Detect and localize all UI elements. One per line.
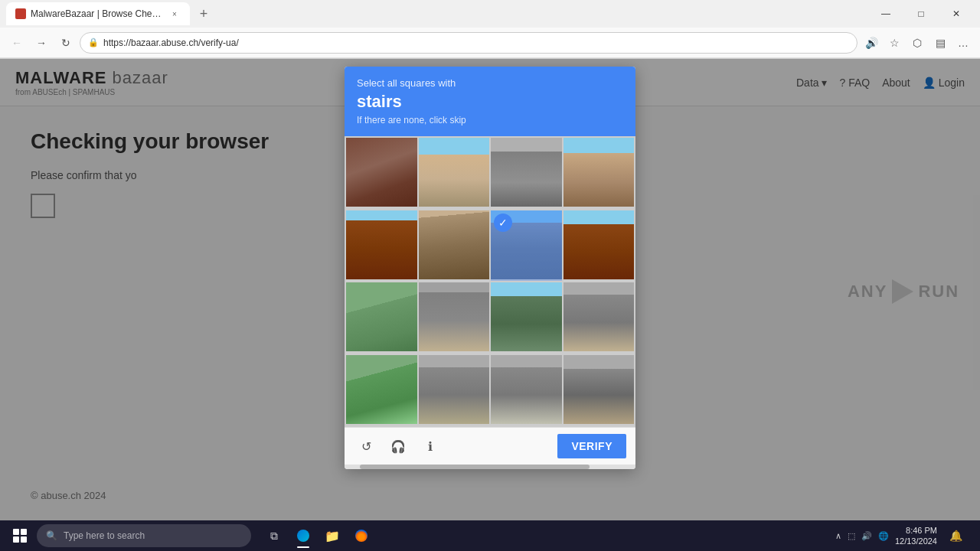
read-aloud-button[interactable]: 🔊 <box>861 32 882 54</box>
captcha-cell-13[interactable]: ✓ <box>346 355 417 426</box>
captcha-cell-14[interactable]: ✓ <box>419 355 490 426</box>
tab-favicon <box>15 8 26 19</box>
captcha-sub-instruction: If there are none, click skip <box>357 115 623 126</box>
captcha-cell-8[interactable]: ✓ <box>564 210 635 282</box>
captcha-image-1 <box>346 138 417 207</box>
back-button[interactable]: ← <box>6 32 28 54</box>
tray-keyboard-icon[interactable]: ⬚ <box>848 531 855 541</box>
page-content: MALWARE bazaar from ABUSEch | SPAMHAUS D… <box>0 59 980 524</box>
captcha-cell-9[interactable]: ✓ <box>346 282 417 354</box>
taskbar-search-placeholder: Type here to search <box>64 530 145 541</box>
captcha-cell-15[interactable]: ✓ <box>491 355 562 426</box>
captcha-modal: Select all squares with stairs If there … <box>345 67 635 469</box>
captcha-audio-button[interactable]: 🎧 <box>386 434 410 458</box>
close-button[interactable]: ✕ <box>939 0 974 28</box>
url-text: https://bazaar.abuse.ch/verify-ua/ <box>103 37 849 48</box>
favorite-button[interactable]: ☆ <box>884 32 905 54</box>
captcha-footer: ↺ 🎧 ℹ VERIFY <box>345 427 635 465</box>
captcha-cell-12[interactable]: ✓ <box>564 282 635 354</box>
audio-icon: 🎧 <box>390 439 406 454</box>
taskbar: 🔍 Type here to search ⧉ 📁 ∧ ⬚ 🔊 🌐 8:46 P… <box>0 520 980 551</box>
active-tab[interactable]: MalwareBazaar | Browse Checkin... × <box>6 2 190 25</box>
new-tab-button[interactable]: + <box>193 3 214 24</box>
captcha-image-11 <box>491 282 562 351</box>
tray-network-icon[interactable]: 🌐 <box>878 531 889 541</box>
firefox-icon <box>355 530 368 542</box>
captcha-info-button[interactable]: ℹ <box>418 434 443 458</box>
captcha-image-4 <box>564 138 635 207</box>
tray-chevron[interactable]: ∧ <box>835 531 841 541</box>
start-button[interactable] <box>6 522 34 549</box>
task-view-icon: ⧉ <box>270 530 278 543</box>
window-controls: — □ ✕ <box>868 0 974 28</box>
refresh-button[interactable]: ↻ <box>55 32 77 54</box>
navigation-bar: ← → ↻ 🔒 https://bazaar.abuse.ch/verify-u… <box>0 28 980 58</box>
clock-time: 8:46 PM <box>895 525 937 536</box>
captcha-cell-3[interactable]: ✓ <box>491 138 562 209</box>
captcha-grid: ✓✓✓✓✓✓✓✓✓✓✓✓✓✓✓✓ <box>345 136 635 427</box>
win-tile-1 <box>13 529 19 535</box>
system-clock[interactable]: 8:46 PM 12/13/2024 <box>895 525 937 547</box>
captcha-image-8 <box>564 210 635 279</box>
minimize-button[interactable]: — <box>868 0 903 28</box>
captcha-cell-10[interactable]: ✓ <box>419 282 490 354</box>
tray-volume-icon[interactable]: 🔊 <box>861 531 872 541</box>
extensions-button[interactable]: ⬡ <box>906 32 928 54</box>
system-tray: ∧ ⬚ 🔊 🌐 8:46 PM 12/13/2024 🔔 <box>829 523 974 548</box>
captcha-image-3 <box>491 138 562 207</box>
taskbar-firefox-app[interactable] <box>348 522 375 549</box>
taskbar-edge-app[interactable] <box>289 522 317 549</box>
clock-date: 12/13/2024 <box>895 536 937 546</box>
captcha-verify-button[interactable]: VERIFY <box>557 434 626 458</box>
browser-settings-button[interactable]: … <box>952 32 974 54</box>
captcha-cell-7[interactable]: ✓ <box>491 210 562 282</box>
win-tile-4 <box>21 536 27 543</box>
collections-button[interactable]: ▤ <box>929 32 951 54</box>
captcha-scrollbar-thumb <box>360 465 590 469</box>
tab-close-button[interactable]: × <box>168 8 181 20</box>
edge-icon <box>297 530 309 542</box>
win-tile-2 <box>21 529 27 535</box>
captcha-header: Select all squares with stairs If there … <box>345 67 635 136</box>
forward-button[interactable]: → <box>31 32 52 54</box>
taskbar-search-icon: 🔍 <box>46 530 57 541</box>
captcha-keyword: stairs <box>357 92 623 112</box>
maximize-button[interactable]: □ <box>903 0 939 28</box>
captcha-overlay: Select all squares with stairs If there … <box>0 59 980 524</box>
win-tile-3 <box>13 536 19 543</box>
captcha-instruction: Select all squares with <box>357 77 623 89</box>
captcha-image-10 <box>419 282 490 351</box>
taskbar-task-view[interactable]: ⧉ <box>260 522 288 549</box>
title-bar: MalwareBazaar | Browse Checkin... × + — … <box>0 0 980 28</box>
captcha-check-7: ✓ <box>494 214 512 232</box>
captcha-cell-4[interactable]: ✓ <box>564 138 635 209</box>
taskbar-search[interactable]: 🔍 Type here to search <box>37 524 251 547</box>
tab-label: MalwareBazaar | Browse Checkin... <box>31 8 164 19</box>
captcha-refresh-button[interactable]: ↺ <box>354 434 378 458</box>
windows-icon <box>13 529 27 543</box>
captcha-image-6 <box>419 210 490 279</box>
captcha-image-5 <box>346 210 417 279</box>
explorer-icon: 📁 <box>325 529 340 543</box>
info-icon: ℹ <box>428 439 433 454</box>
captcha-image-15 <box>491 355 562 424</box>
captcha-cell-16[interactable]: ✓ <box>564 355 635 426</box>
captcha-image-2 <box>419 138 490 207</box>
address-bar[interactable]: 🔒 https://bazaar.abuse.ch/verify-ua/ <box>80 32 858 54</box>
captcha-image-13 <box>346 355 417 424</box>
captcha-cell-6[interactable]: ✓ <box>419 210 490 282</box>
captcha-image-16 <box>564 355 635 424</box>
taskbar-explorer-app[interactable]: 📁 <box>318 522 346 549</box>
nav-actions: 🔊 ☆ ⬡ ▤ … <box>861 32 974 54</box>
taskbar-apps: ⧉ 📁 <box>260 522 375 549</box>
refresh-icon: ↺ <box>361 439 371 454</box>
captcha-cell-1[interactable]: ✓ <box>346 138 417 209</box>
captcha-image-12 <box>564 282 635 351</box>
captcha-cell-11[interactable]: ✓ <box>491 282 562 354</box>
captcha-cell-2[interactable]: ✓ <box>419 138 490 209</box>
captcha-image-14 <box>419 355 490 424</box>
captcha-scrollbar[interactable] <box>345 465 635 469</box>
notification-button[interactable]: 🔔 <box>943 523 968 548</box>
captcha-cell-5[interactable]: ✓ <box>346 210 417 282</box>
captcha-image-9 <box>346 282 417 351</box>
